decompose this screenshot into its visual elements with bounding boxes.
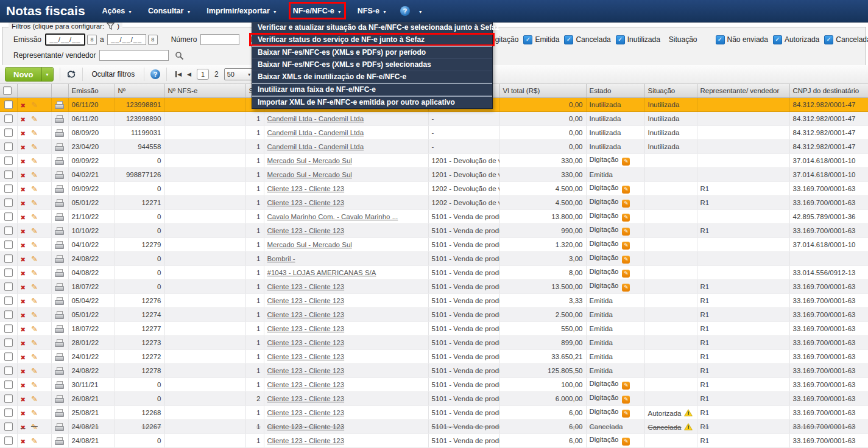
row-checkbox[interactable] — [4, 366, 13, 375]
delete-icon[interactable] — [21, 270, 26, 277]
menu-consultar[interactable]: Consultar — [148, 7, 191, 15]
column-header[interactable]: Nº NFS-e — [164, 84, 245, 98]
delete-icon[interactable] — [21, 102, 26, 109]
client-link[interactable]: Mercado Sul - Mercado Sul — [267, 171, 352, 178]
row-checkbox[interactable] — [4, 394, 13, 403]
edit-icon[interactable] — [31, 380, 38, 390]
estado-edit-icon[interactable] — [622, 214, 630, 222]
edit-icon[interactable] — [31, 128, 38, 138]
client-link[interactable]: Cliente 123 - Cliente 123 — [267, 409, 345, 416]
print-icon[interactable] — [55, 339, 64, 347]
estado-edit-icon[interactable] — [622, 382, 630, 390]
estado-edit-icon[interactable] — [622, 284, 630, 292]
row-checkbox[interactable] — [4, 142, 13, 151]
print-icon[interactable] — [55, 143, 64, 151]
edit-icon[interactable] — [31, 436, 38, 446]
client-link[interactable]: Cliente 123 - Cliente 123 — [267, 437, 345, 444]
client-link[interactable]: Bombril - — [267, 255, 295, 262]
select-all-checkbox[interactable] — [3, 86, 12, 95]
edit-icon[interactable] — [31, 422, 38, 432]
print-icon[interactable] — [55, 255, 64, 263]
row-checkbox[interactable] — [4, 100, 13, 109]
row-checkbox[interactable] — [4, 170, 13, 179]
print-icon[interactable] — [55, 157, 64, 165]
print-icon[interactable] — [55, 283, 64, 291]
checkbox-checked-icon[interactable] — [716, 35, 725, 44]
checkbox-checked-icon[interactable] — [824, 35, 833, 44]
estado-edit-icon[interactable] — [622, 438, 630, 446]
client-link[interactable]: Cliente 123 - Cliente 123 — [267, 395, 345, 402]
row-checkbox[interactable] — [4, 184, 13, 193]
calendar-icon[interactable]: 8 — [148, 35, 158, 45]
novo-dropdown-arrow[interactable] — [41, 68, 53, 81]
search-icon[interactable] — [175, 51, 184, 60]
client-link[interactable]: Cavalo Marinho Com. - Cavalo Marinho ... — [267, 213, 398, 220]
column-header[interactable]: Nº — [115, 84, 164, 98]
edit-icon[interactable] — [31, 296, 38, 306]
edit-icon[interactable] — [31, 170, 38, 180]
delete-icon[interactable] — [21, 438, 26, 445]
menu-a-es[interactable]: Ações — [102, 7, 132, 15]
print-icon[interactable] — [55, 437, 64, 445]
delete-icon[interactable] — [21, 172, 26, 179]
calendar-icon[interactable]: 8 — [87, 35, 97, 45]
edit-icon[interactable] — [31, 240, 38, 250]
dropdown-item[interactable]: Inutilizar uma faixa de NF-e/NFC-e — [252, 83, 492, 96]
delete-icon[interactable] — [21, 354, 26, 361]
edit-icon[interactable] — [31, 366, 38, 376]
print-icon[interactable] — [55, 129, 64, 137]
delete-icon[interactable] — [21, 368, 26, 375]
column-header[interactable]: Emissão — [68, 84, 115, 98]
print-icon[interactable] — [55, 381, 64, 389]
page-2-link[interactable]: 2 — [214, 70, 219, 79]
help-icon[interactable]: ? — [150, 69, 160, 79]
print-icon[interactable] — [55, 227, 64, 235]
client-link[interactable]: Candemil Ltda - Candemil Ltda — [267, 115, 364, 122]
edit-icon[interactable] — [31, 338, 38, 348]
delete-icon[interactable] — [21, 326, 26, 333]
dropdown-item[interactable]: Verificar status do serviço de NF-e junt… — [252, 33, 492, 46]
edit-icon[interactable] — [31, 198, 38, 208]
prev-page-button[interactable] — [187, 71, 191, 77]
edit-icon[interactable] — [31, 226, 38, 236]
delete-icon[interactable] — [21, 312, 26, 319]
numero-input[interactable] — [200, 34, 239, 45]
delete-icon[interactable] — [21, 340, 26, 347]
page-size-select[interactable]: 50 — [224, 68, 255, 80]
row-checkbox[interactable] — [4, 408, 13, 417]
row-checkbox[interactable] — [4, 198, 13, 207]
client-link[interactable]: Cliente 123 - Cliente 123 — [267, 297, 345, 304]
delete-icon[interactable] — [21, 410, 26, 417]
estado-edit-icon[interactable] — [622, 200, 630, 208]
delete-icon[interactable] — [21, 284, 26, 291]
edit-icon[interactable] — [31, 352, 38, 362]
print-icon[interactable] — [55, 185, 64, 193]
delete-icon[interactable] — [21, 116, 26, 123]
print-icon[interactable] — [55, 325, 64, 333]
column-header[interactable] — [17, 84, 51, 98]
row-checkbox[interactable] — [4, 226, 13, 235]
row-checkbox[interactable] — [4, 310, 13, 319]
print-icon[interactable] — [55, 241, 64, 249]
first-page-button[interactable] — [175, 71, 182, 77]
edit-icon[interactable] — [31, 142, 38, 152]
edit-icon[interactable] — [31, 282, 38, 292]
edit-icon[interactable] — [31, 156, 38, 166]
column-header[interactable]: Vl total (R$) — [499, 84, 586, 98]
delete-icon[interactable] — [21, 186, 26, 193]
row-checkbox[interactable] — [4, 156, 13, 165]
filters-legend[interactable]: Filtros (clique para configurar: ) — [9, 23, 122, 30]
edit-icon[interactable] — [31, 100, 38, 110]
emissao-from-input[interactable] — [45, 33, 85, 46]
delete-icon[interactable] — [21, 396, 26, 403]
column-header[interactable] — [51, 84, 68, 98]
client-link[interactable]: Cliente 123 - Cliente 123 — [267, 367, 345, 374]
delete-icon[interactable] — [21, 256, 26, 263]
client-link[interactable]: #1043 - LOJAS AMERICANAS S/A — [267, 269, 376, 276]
print-icon[interactable] — [55, 367, 64, 375]
print-icon[interactable] — [55, 353, 64, 361]
estado-edit-icon[interactable] — [622, 256, 630, 264]
delete-icon[interactable] — [21, 200, 26, 207]
row-checkbox[interactable] — [4, 380, 13, 389]
edit-icon[interactable] — [31, 184, 38, 194]
